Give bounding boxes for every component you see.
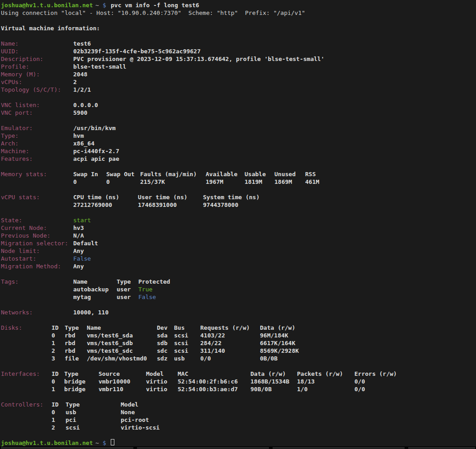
col-header: User time (ns) bbox=[138, 193, 188, 201]
cell-iface-packets: 1/0 bbox=[297, 385, 307, 393]
field-value: blse-test-small bbox=[73, 63, 126, 70]
disk-row: 1 rbd vms/test6_sdb sdb scsi 284/22 6617… bbox=[0, 339, 476, 347]
cell-tag-name: autobackup bbox=[73, 285, 108, 293]
field-value: N/A bbox=[73, 232, 84, 239]
col-header: Protected bbox=[138, 278, 170, 285]
cell-iface-data: 90B/0B bbox=[250, 385, 272, 393]
col-header: Packets (r/w) bbox=[297, 370, 343, 378]
cell-disk-id: 0 bbox=[52, 332, 55, 339]
vcpu-stats-header-row: vCPU stats: CPU time (ns) User time (ns)… bbox=[0, 193, 476, 201]
memory-stats-values-row: 0 0 215/37K 1967M 1819M 1869M 461M bbox=[0, 178, 476, 186]
cell-iface-id: 1 bbox=[52, 385, 55, 393]
field-value: /usr/bin/kvm bbox=[73, 124, 116, 132]
cell-disk-dev: sda bbox=[157, 332, 167, 339]
prompt-line: joshua@hv1.t.u.bonilan.net ~ $ bbox=[0, 439, 476, 447]
cell-ctrl-type: pci bbox=[66, 416, 76, 424]
terminal-window[interactable]: joshua@hv1.t.u.bonilan.net ~ $ pvc vm in… bbox=[0, 0, 476, 446]
cell-swap-in: 0 bbox=[73, 178, 77, 186]
controller-row: 0 usb None bbox=[0, 408, 476, 416]
col-header: Swap Out bbox=[106, 170, 135, 178]
cell-disk-name: vms/test6_sdc bbox=[87, 347, 133, 355]
cell-iface-type: bridge bbox=[64, 385, 85, 393]
cell-disk-name: /dev/shm/vhostmd0 bbox=[87, 355, 147, 362]
col-header: RSS bbox=[305, 170, 316, 178]
prompt-cwd: ~ bbox=[95, 1, 99, 9]
state-row: Migration Method: Any bbox=[0, 262, 476, 270]
cell-disk-type: rbd bbox=[65, 332, 75, 339]
field-label: Topology (S/C/T): bbox=[1, 86, 61, 94]
field-value: PVC provisioner @ 2023-12-09 15:37:13.67… bbox=[73, 55, 325, 63]
info-row: vCPUs: 2 bbox=[0, 78, 476, 86]
cell-disk-requests: 0/0 bbox=[200, 355, 211, 362]
vnc-row: VNC listen: 0.0.0.0 bbox=[0, 101, 476, 109]
prompt-cwd: ~ bbox=[95, 439, 99, 447]
col-header: Type bbox=[66, 401, 80, 408]
cell-disk-bus: scsi bbox=[174, 332, 188, 339]
cell-iface-data: 1868B/1534B bbox=[250, 378, 289, 385]
vnc-row: VNC port: 5900 bbox=[0, 109, 476, 117]
interface-row: 0 bridge vmbr10000 virtio 52:54:00:2f:b6… bbox=[0, 378, 476, 385]
cell-ctrl-model: virtio-scsi bbox=[121, 424, 160, 431]
col-header: Errors (r/w) bbox=[354, 370, 397, 378]
col-header: Requests (r/w) bbox=[200, 324, 250, 332]
field-label: Migration selector: bbox=[1, 239, 68, 247]
cell-disk-bus: scsi bbox=[174, 347, 188, 355]
cell-iface-model: virtio bbox=[146, 378, 167, 385]
connection-status-text: Using connection "local" - Host: "10.90.… bbox=[1, 9, 305, 17]
info-row: Name: test6 bbox=[0, 40, 476, 47]
col-header: CPU time (ns) bbox=[73, 193, 119, 201]
cell-swap-out: 0 bbox=[106, 178, 110, 186]
cell-disk-name: vms/test6_sda bbox=[87, 332, 133, 339]
field-label: VNC listen: bbox=[1, 101, 40, 109]
autostart-value: False bbox=[73, 255, 91, 262]
cell-ctrl-model: None bbox=[121, 408, 135, 416]
cell-disk-data: 8569K/2928K bbox=[260, 347, 299, 355]
controllers-header-row: Controllers: ID Type Model bbox=[0, 401, 476, 408]
field-value: test6 bbox=[73, 40, 91, 47]
field-value: Any bbox=[73, 262, 84, 270]
field-label: Arch: bbox=[1, 140, 19, 147]
cell-tag-type: user bbox=[117, 293, 131, 301]
cell-iface-model: virtio bbox=[146, 385, 167, 393]
cell-tag-protected: True bbox=[138, 285, 152, 293]
info-row: UUID: 02b3239f-135f-4cfe-be75-5c962ac996… bbox=[0, 47, 476, 55]
bottom-bar-segment bbox=[273, 447, 405, 449]
field-label: Emulator: bbox=[1, 124, 33, 132]
cell-user-time: 17468391000 bbox=[138, 201, 177, 209]
cell-ctrl-type: usb bbox=[66, 408, 76, 416]
field-label: Tags: bbox=[1, 278, 19, 285]
col-header: Type bbox=[117, 278, 131, 285]
cell-tag-protected: False bbox=[138, 293, 156, 301]
bottom-bar-segment bbox=[1, 447, 133, 449]
cell-tag-type: user bbox=[117, 285, 131, 293]
cell-disk-id: 1 bbox=[52, 339, 55, 347]
field-value: 1/2/1 bbox=[73, 86, 91, 94]
prompt-line: joshua@hv1.t.u.bonilan.net ~ $ pvc vm in… bbox=[0, 1, 476, 9]
field-label: Description: bbox=[1, 55, 43, 63]
field-label: Node limit: bbox=[1, 247, 40, 255]
state-row: Node limit: Any bbox=[0, 247, 476, 255]
cell-ctrl-id: 0 bbox=[52, 408, 55, 416]
cell-faults: 215/37K bbox=[140, 178, 165, 186]
prompt-symbol: $ bbox=[103, 439, 106, 447]
bottom-edge-bar bbox=[0, 446, 476, 449]
disk-row: 3 file /dev/shm/vhostmd0 sdz usb 0/0 0B/… bbox=[0, 355, 476, 362]
cell-ctrl-id: 2 bbox=[52, 424, 55, 431]
col-header: Dev bbox=[157, 324, 167, 332]
cell-disk-dev: sdc bbox=[157, 347, 167, 355]
cell-iface-packets: 18/13 bbox=[297, 378, 315, 385]
field-label: Interfaces: bbox=[1, 370, 40, 378]
field-label: Memory stats: bbox=[1, 170, 47, 178]
col-header: Type bbox=[65, 324, 79, 332]
cell-system-time: 9744378000 bbox=[203, 201, 238, 209]
state-row: Current Node: hv3 bbox=[0, 224, 476, 232]
field-value: pc-i440fx-2.7 bbox=[73, 147, 119, 155]
screen: joshua@hv1.t.u.bonilan.net ~ $ pvc vm in… bbox=[0, 0, 476, 449]
info-row: Memory (M): 2048 bbox=[0, 70, 476, 78]
prompt-user-host: joshua@hv1.t.u.bonilan.net bbox=[1, 439, 93, 447]
cell-disk-name: vms/test6_sdb bbox=[87, 339, 133, 347]
col-header: Type bbox=[64, 370, 78, 378]
field-label: Disks: bbox=[1, 324, 22, 332]
cell-disk-requests: 4103/22 bbox=[200, 332, 225, 339]
tag-row: mytag user False bbox=[0, 293, 476, 301]
